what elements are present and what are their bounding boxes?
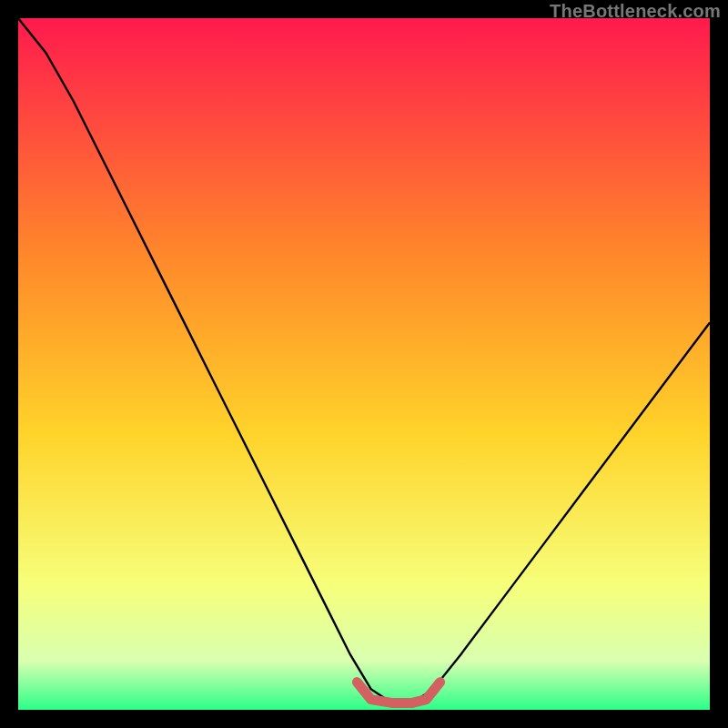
gradient-background	[18, 18, 710, 710]
chart-frame: TheBottleneck.com	[0, 0, 728, 728]
plot-area	[18, 18, 710, 710]
chart-svg	[18, 18, 710, 710]
